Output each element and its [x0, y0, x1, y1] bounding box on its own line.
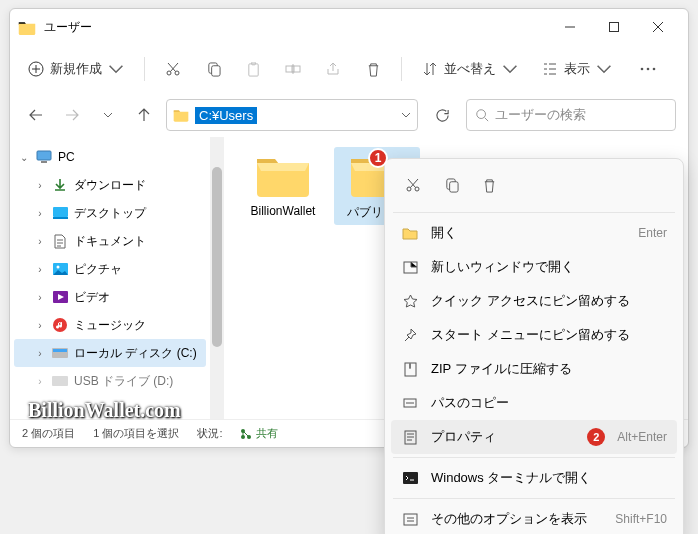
scrollbar-thumb[interactable] [212, 167, 222, 347]
svg-point-29 [415, 187, 419, 191]
sidebar-scrollbar[interactable] [210, 137, 224, 419]
minimize-button[interactable] [548, 9, 592, 45]
maximize-button[interactable] [592, 9, 636, 45]
scissors-icon [165, 61, 181, 77]
ctx-copy-path[interactable]: パスのコピー [391, 386, 677, 420]
clipboard-icon [246, 62, 261, 77]
sidebar-item-pictures[interactable]: › ピクチャ [14, 255, 206, 283]
arrow-right-icon [65, 108, 79, 122]
ctx-pin-quick[interactable]: クイック アクセスにピン留めする [391, 284, 677, 318]
sidebar-item-videos[interactable]: › ビデオ [14, 283, 206, 311]
ctx-label: 新しいウィンドウで開く [431, 258, 667, 276]
ctx-open[interactable]: 開く Enter [391, 216, 677, 250]
ctx-zip[interactable]: ZIP ファイルに圧縮する [391, 352, 677, 386]
svg-rect-36 [403, 472, 418, 484]
cut-button[interactable] [155, 51, 191, 87]
ctx-new-window[interactable]: 新しいウィンドウで開く [391, 250, 677, 284]
folder-item[interactable]: BillionWallet [240, 147, 326, 222]
folder-icon [18, 20, 36, 35]
document-icon [52, 233, 68, 249]
ctx-pin-start[interactable]: スタート メニューにピン留めする [391, 318, 677, 352]
view-button[interactable]: 表示 [532, 54, 622, 84]
chevron-right-icon[interactable]: › [34, 376, 46, 387]
svg-rect-14 [37, 151, 51, 160]
address-path: C:¥Users [195, 107, 257, 124]
share-label: 共有 [256, 426, 278, 441]
sort-button[interactable]: 並べ替え [412, 54, 528, 84]
new-window-icon [401, 258, 419, 276]
star-icon [401, 292, 419, 310]
ctx-properties[interactable]: プロパティ 2 Alt+Enter [391, 420, 677, 454]
address-bar[interactable]: C:¥Users [166, 99, 418, 131]
sidebar-item-pc[interactable]: ⌄ PC [14, 143, 206, 171]
context-menu: 開く Enter 新しいウィンドウで開く クイック アクセスにピン留めする スタ… [384, 158, 684, 534]
chevron-down-icon[interactable]: ⌄ [18, 152, 30, 163]
chevron-right-icon[interactable]: › [34, 292, 46, 303]
ctx-copy-button[interactable] [433, 169, 469, 201]
trash-icon [366, 62, 381, 77]
share-button[interactable] [315, 51, 351, 87]
chevron-right-icon[interactable]: › [34, 320, 46, 331]
sidebar-item-usbdrive[interactable]: › USB ドライブ (D:) [14, 367, 206, 395]
copy-button[interactable] [195, 51, 231, 87]
sidebar-item-music[interactable]: › ミュージック [14, 311, 206, 339]
chevron-right-icon[interactable]: › [34, 180, 46, 191]
ctx-label: 開く [431, 224, 626, 242]
sort-icon [422, 61, 438, 77]
paste-button[interactable] [235, 51, 271, 87]
chevron-right-icon[interactable]: › [34, 208, 46, 219]
svg-rect-23 [53, 349, 67, 352]
refresh-icon [435, 108, 450, 123]
svg-rect-16 [53, 207, 68, 217]
chevron-right-icon[interactable]: › [34, 236, 46, 247]
status-state-label: 状況: [197, 426, 222, 441]
sidebar-item-desktop[interactable]: › デスクトップ [14, 199, 206, 227]
chevron-right-icon[interactable]: › [34, 348, 46, 359]
back-button[interactable] [22, 101, 50, 129]
scissors-icon [405, 177, 421, 193]
chevron-down-icon [108, 61, 124, 77]
arrow-left-icon [29, 108, 43, 122]
sidebar-item-localdisk[interactable]: › ローカル ディスク (C:) [14, 339, 206, 367]
svg-rect-0 [610, 23, 619, 32]
sidebar-label: デスクトップ [74, 205, 146, 222]
titlebar: ユーザー [10, 9, 688, 45]
more-options-icon [401, 510, 419, 528]
search-icon [475, 108, 489, 122]
pin-icon [401, 326, 419, 344]
search-input[interactable]: ユーザーの検索 [466, 99, 676, 131]
context-icon-row [391, 165, 677, 209]
refresh-button[interactable] [426, 99, 458, 131]
ctx-delete-button[interactable] [471, 169, 507, 201]
ctx-cut-button[interactable] [395, 169, 431, 201]
sidebar-item-downloads[interactable]: › ダウンロード [14, 171, 206, 199]
recent-button[interactable] [94, 101, 122, 129]
arrow-up-icon [137, 108, 151, 122]
annotation-badge-1: 1 [368, 148, 388, 168]
ctx-more-options[interactable]: その他のオプションを表示 Shift+F10 [391, 502, 677, 534]
toolbar: 新規作成 並べ替え 表示 [10, 45, 688, 93]
chevron-right-icon[interactable]: › [34, 264, 46, 275]
delete-button[interactable] [355, 51, 391, 87]
ctx-terminal[interactable]: Windows ターミナルで開く [391, 461, 677, 495]
close-button[interactable] [636, 9, 680, 45]
copy-icon [206, 62, 221, 77]
more-button[interactable] [630, 51, 666, 87]
up-button[interactable] [130, 101, 158, 129]
drive-icon [52, 373, 68, 389]
new-button[interactable]: 新規作成 [18, 54, 134, 84]
chevron-down-icon[interactable] [401, 110, 411, 120]
sidebar-label: ダウンロード [74, 177, 146, 194]
svg-rect-37 [404, 514, 417, 525]
divider [393, 498, 675, 499]
chevron-down-icon [502, 61, 518, 77]
sidebar-item-documents[interactable]: › ドキュメント [14, 227, 206, 255]
svg-rect-5 [211, 65, 219, 75]
svg-point-28 [407, 187, 411, 191]
rename-button[interactable] [275, 51, 311, 87]
svg-point-12 [653, 68, 656, 71]
sidebar-label: USB ドライブ (D:) [74, 373, 173, 390]
sidebar-label: ピクチャ [74, 261, 122, 278]
svg-rect-6 [248, 63, 257, 75]
forward-button[interactable] [58, 101, 86, 129]
